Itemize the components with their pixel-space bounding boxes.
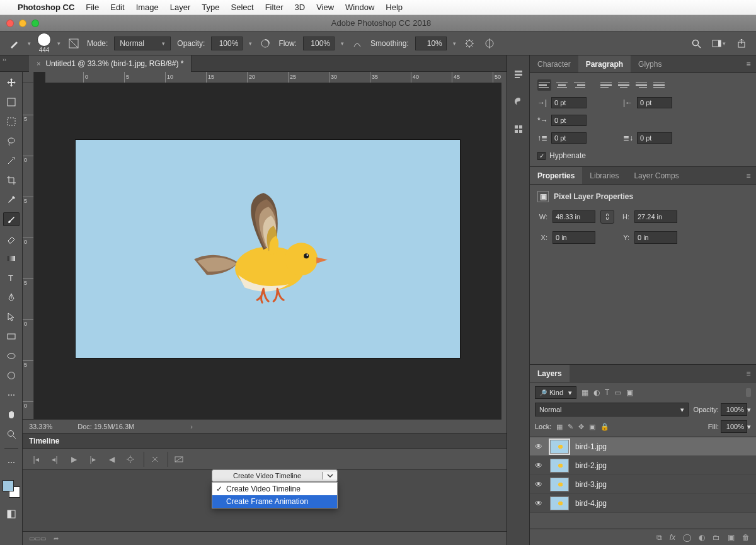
opacity-field[interactable]: Opacity: ▾ [694,403,751,416]
panel-menu-icon[interactable]: ≡ [741,55,756,72]
flow-input[interactable]: 100% [303,37,335,50]
chevron-down-icon[interactable]: ▾ [28,40,31,47]
layer-name[interactable]: bird-3.jpg [575,480,607,489]
smoothing-input[interactable]: 10% [415,37,447,50]
justify-left-button[interactable] [599,79,613,91]
artboard[interactable] [76,140,460,358]
smoothing-options-icon[interactable] [462,37,476,50]
edit-toolbar-icon[interactable]: ⋯ [3,456,20,469]
group-icon[interactable]: 🗀 [713,533,720,542]
menu-filter[interactable]: Filter [265,3,284,12]
visibility-icon[interactable]: 👁 [535,480,544,489]
lock-all-icon[interactable]: 🔒 [600,423,609,431]
timeline-type-selector[interactable]: Create Video Timeline Create Video Timel… [212,469,338,508]
chevron-down-icon[interactable] [322,472,337,479]
first-frame-button[interactable]: |◂ [28,452,44,467]
align-center-button[interactable] [555,79,569,91]
menu-3d[interactable]: 3D [295,3,306,12]
visibility-icon[interactable]: 👁 [535,442,544,451]
chevron-down-icon[interactable]: ▾ [453,40,456,47]
mode-select[interactable]: Normal▾ [114,37,171,50]
opacity-input[interactable]: 100% [211,37,243,50]
tool-preset-icon[interactable] [8,37,21,50]
tab-properties[interactable]: Properties [530,167,582,184]
screen-mode-icon[interactable] [3,507,20,521]
panel-menu-icon[interactable]: ≡ [741,365,756,382]
eraser-tool[interactable] [3,232,20,246]
render-icon[interactable]: ➦ [54,535,59,542]
marquee-tool[interactable] [3,115,20,129]
menu-item-video-timeline[interactable]: Create Video Timeline [212,483,337,495]
layer-name[interactable]: bird-4.jpg [575,499,607,508]
space-before-field[interactable]: ↑≣ [537,132,587,144]
doc-info[interactable]: Doc: 19.5M/16.3M [77,423,134,430]
width-input[interactable] [553,210,595,223]
filter-adjust-icon[interactable]: ◐ [593,388,600,397]
menu-view[interactable]: View [316,3,334,12]
symmetry-icon[interactable] [483,37,496,50]
tab-paragraph[interactable]: Paragraph [578,55,631,72]
magic-wand-tool[interactable] [3,154,20,168]
layer-row[interactable]: 👁bird-1.jpg [530,437,756,456]
move-tool[interactable] [3,76,20,89]
timeline-combo-label[interactable]: Create Video Timeline [212,472,322,479]
hand-tool[interactable] [3,408,20,422]
menu-file[interactable]: File [86,3,99,12]
layer-thumbnail[interactable] [550,459,569,473]
layer-thumbnail[interactable] [550,478,569,491]
transition-button[interactable] [168,452,186,467]
align-right-button[interactable] [573,79,587,91]
lock-artboard-icon[interactable]: ▣ [589,423,595,431]
close-tab-icon[interactable]: × [37,60,40,67]
layer-row[interactable]: 👁bird-2.jpg [530,456,756,475]
menu-help[interactable]: Help [386,3,403,12]
align-left-button[interactable] [537,79,551,91]
ellipse-tool2[interactable] [3,369,20,382]
height-input[interactable] [634,210,677,223]
layer-name[interactable]: bird-2.jpg [575,461,607,470]
zoom-tool[interactable] [3,427,20,441]
lock-position-icon[interactable]: ✥ [578,423,584,431]
chevron-down-icon[interactable]: ▾ [341,40,344,47]
layer-filter-icons[interactable]: ▦ ◐ T ▭ ▣ [581,388,633,397]
menu-select[interactable]: Select [231,3,253,12]
expand-arrows-icon[interactable]: ›› [3,57,6,63]
filter-smart-icon[interactable]: ▣ [626,388,633,397]
adjustment-layer-icon[interactable]: ◐ [699,533,705,542]
filter-type-icon[interactable]: T [605,388,609,397]
settings-button[interactable] [122,452,139,467]
brush-preview[interactable] [37,33,51,47]
canvas[interactable] [34,83,501,419]
share-icon[interactable] [735,37,748,50]
tab-layer-comps[interactable]: Layer Comps [626,167,686,184]
timeline-foot-icon[interactable]: ▭▭▭ [29,535,46,542]
timeline-combo-menu[interactable]: Create Video Timeline Create Frame Anima… [212,482,338,508]
x-input[interactable] [553,231,595,244]
crop-tool[interactable] [3,173,20,187]
eyedropper-tool[interactable] [3,193,20,207]
path-select-tool[interactable] [3,310,20,324]
pen-tool[interactable] [3,290,20,304]
status-menu-icon[interactable]: › [190,423,193,430]
menu-type[interactable]: Type [202,3,219,12]
tab-libraries[interactable]: Libraries [582,167,626,184]
brush-panel-icon[interactable] [67,37,81,50]
document-tab[interactable]: × Untitled1 @ 33.3% (bird-1.jpg, RGB/8#)… [29,55,192,72]
workspace-icon[interactable]: ▾ [712,37,726,50]
y-input[interactable] [634,231,677,244]
play-button[interactable]: ▶ [66,452,82,467]
lasso-tool[interactable] [3,134,20,148]
menu-app[interactable]: Photoshop CC [18,3,74,12]
visibility-icon[interactable]: 👁 [535,461,544,470]
split-button[interactable] [144,452,163,467]
filter-toggle[interactable] [746,388,751,397]
justify-right-button[interactable] [634,79,648,91]
layer-filter-kind[interactable]: 🔎Kind▾ [535,386,576,399]
panel-menu-icon[interactable]: ≡ [741,167,756,184]
artboard-tool[interactable] [3,95,20,109]
new-layer-icon[interactable]: ▣ [728,533,735,542]
mac-menubar[interactable]: Photoshop CC File Edit Image Layer Type … [0,0,756,15]
history-icon[interactable] [512,67,525,81]
layer-fx-icon[interactable]: fx [670,533,675,542]
pressure-opacity-icon[interactable] [258,37,272,50]
